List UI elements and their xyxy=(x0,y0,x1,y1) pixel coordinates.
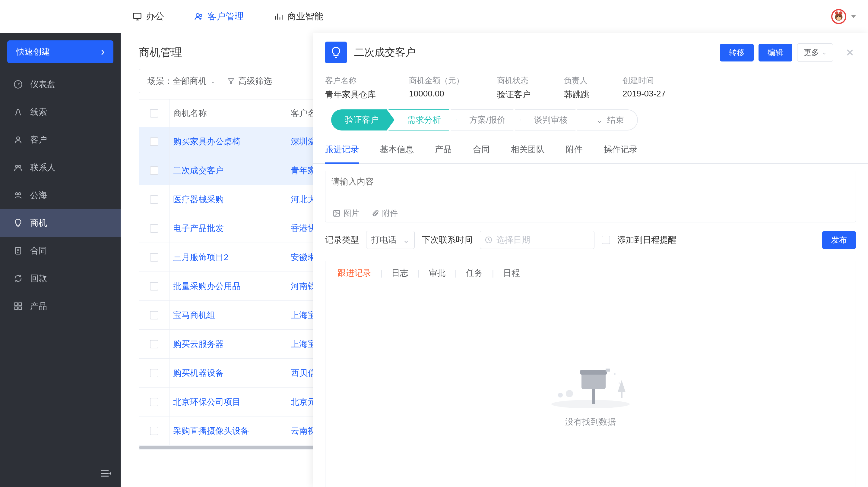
row-checkbox[interactable] xyxy=(139,427,169,435)
row-checkbox[interactable] xyxy=(139,311,169,319)
edit-button[interactable]: 编辑 xyxy=(758,44,792,62)
row-checkbox[interactable] xyxy=(139,166,169,175)
transfer-button[interactable]: 转移 xyxy=(720,44,754,62)
svg-rect-0 xyxy=(134,13,141,19)
detail-tab[interactable]: 相关团队 xyxy=(511,136,545,163)
insert-image-button[interactable]: 图片 xyxy=(333,208,359,219)
customer-link[interactable]: 河北大 xyxy=(291,194,316,205)
sidebar-item-leads[interactable]: 线索 xyxy=(0,98,121,126)
sidebar-item-customers[interactable]: 客户 xyxy=(0,126,121,154)
subtab[interactable]: 跟进记录 xyxy=(335,267,374,279)
detail-tab[interactable]: 附件 xyxy=(566,136,583,163)
stage-step[interactable]: 验证客户 xyxy=(331,109,395,130)
close-button[interactable]: × xyxy=(844,46,856,59)
svg-rect-27 xyxy=(19,303,22,305)
opportunity-link[interactable]: 购买云服务器 xyxy=(173,338,224,350)
stage-label: 方案/报价 xyxy=(469,114,505,126)
stage-label: 谈判审核 xyxy=(534,114,568,126)
sidebar-item-receivables[interactable]: 回款 xyxy=(0,265,121,292)
nav-office[interactable]: 办公 xyxy=(133,10,164,23)
scene-selector[interactable]: 场景：全部商机 ⌄ xyxy=(148,75,215,87)
nav-crm[interactable]: 客户管理 xyxy=(194,10,244,23)
customer-link[interactable]: 上海宝 xyxy=(291,338,316,350)
row-checkbox[interactable] xyxy=(139,253,169,262)
publish-button[interactable]: 发布 xyxy=(822,231,856,249)
row-checkbox[interactable] xyxy=(139,224,169,233)
subtab[interactable]: 审批 xyxy=(426,267,449,279)
quick-create-button[interactable]: 快速创建 › xyxy=(7,40,114,63)
stage-step[interactable]: 方案/报价 xyxy=(451,109,521,130)
sidebar-collapse-button[interactable] xyxy=(0,460,121,487)
opportunity-link[interactable]: 采购直播摄像头设备 xyxy=(173,425,249,437)
customer-link[interactable]: 西贝信 xyxy=(291,367,316,379)
info-value: 10000.00 xyxy=(409,89,464,99)
date-placeholder: 选择日期 xyxy=(496,234,530,246)
advanced-filter[interactable]: 高级筛选 xyxy=(227,75,272,87)
customer-link[interactable]: 河南钱 xyxy=(291,281,316,292)
opportunity-link[interactable]: 购买机器设备 xyxy=(173,367,224,379)
subtab[interactable]: 日程 xyxy=(500,267,523,279)
record-type-select[interactable]: 打电话⌄ xyxy=(366,231,415,249)
sidebar-item-products[interactable]: 产品 xyxy=(0,292,121,320)
customer-link[interactable]: 青年家 xyxy=(291,165,316,176)
opportunity-link[interactable]: 三月服饰项目2 xyxy=(173,252,228,263)
sidebar-item-pool[interactable]: 公海 xyxy=(0,182,121,209)
stage-step[interactable]: ⌄结束 xyxy=(577,109,638,130)
detail-tab[interactable]: 基本信息 xyxy=(380,136,414,163)
select-all-cell[interactable] xyxy=(139,109,169,118)
opportunity-link[interactable]: 宝马商机组 xyxy=(173,310,215,321)
opportunity-link[interactable]: 电子产品批发 xyxy=(173,223,224,234)
nav-bi[interactable]: 商业智能 xyxy=(274,10,323,23)
detail-tab[interactable]: 合同 xyxy=(473,136,490,163)
row-checkbox[interactable] xyxy=(139,369,169,377)
sidebar-item-dashboard[interactable]: 仪表盘 xyxy=(0,70,121,98)
user-menu-caret-icon[interactable] xyxy=(851,15,856,18)
row-checkbox[interactable] xyxy=(139,195,169,204)
stage-step[interactable]: 谈判审核 xyxy=(515,109,583,130)
opportunity-link[interactable]: 批量采购办公用品 xyxy=(173,281,241,292)
sidebar-label: 联系人 xyxy=(30,162,56,173)
column-header-name[interactable]: 商机名称 xyxy=(169,99,287,127)
follow-textarea[interactable] xyxy=(326,170,856,202)
monitor-icon xyxy=(133,12,142,21)
checkbox-icon xyxy=(150,427,158,435)
detail-tab[interactable]: 跟进记录 xyxy=(325,136,359,164)
customer-link[interactable]: 深圳爱 xyxy=(291,136,316,148)
stage-step[interactable]: 需求分析 xyxy=(389,109,457,130)
customer-link[interactable]: 上海宝 xyxy=(291,310,316,321)
sidebar-item-opportunity[interactable]: 商机 xyxy=(0,209,121,237)
more-button[interactable]: 更多⌄ xyxy=(797,43,833,62)
subtab[interactable]: 日志 xyxy=(389,267,411,279)
opportunity-link[interactable]: 二次成交客户 xyxy=(173,165,224,176)
customer-link[interactable]: 安徽琳 xyxy=(291,252,316,263)
customer-link[interactable]: 北京元 xyxy=(291,396,316,408)
add-schedule-checkbox[interactable] xyxy=(602,236,610,244)
opportunity-link[interactable]: 购买家具办公桌椅 xyxy=(173,136,241,148)
opportunity-link[interactable]: 北京环保公司项目 xyxy=(173,396,241,408)
document-icon xyxy=(13,246,23,256)
detail-tab[interactable]: 操作记录 xyxy=(604,136,638,163)
detail-tab[interactable]: 产品 xyxy=(435,136,452,163)
route-icon xyxy=(13,107,23,117)
sidebar-item-contracts[interactable]: 合同 xyxy=(0,237,121,265)
row-checkbox[interactable] xyxy=(139,282,169,291)
row-checkbox[interactable] xyxy=(139,340,169,348)
gauge-icon xyxy=(13,79,23,89)
info-block: 商机状态验证客户 xyxy=(497,75,531,100)
customer-link[interactable]: 云南视 xyxy=(291,425,316,437)
row-checkbox[interactable] xyxy=(139,137,169,146)
insert-attachment-button[interactable]: 附件 xyxy=(371,208,398,219)
customer-link[interactable]: 香港快 xyxy=(291,223,316,234)
row-checkbox[interactable] xyxy=(139,398,169,406)
svg-marker-34 xyxy=(228,79,234,84)
user-avatar[interactable] xyxy=(831,9,846,24)
opportunity-link[interactable]: 医疗器械采购 xyxy=(173,194,224,205)
sidebar-item-contacts[interactable]: 联系人 xyxy=(0,154,121,182)
checkbox-icon xyxy=(150,253,158,262)
filter-icon xyxy=(227,77,235,85)
next-contact-date-input[interactable]: 选择日期 xyxy=(480,231,594,249)
image-label: 图片 xyxy=(343,208,359,219)
svg-point-42 xyxy=(558,393,563,397)
subtab[interactable]: 任务 xyxy=(463,267,486,279)
scrollbar-thumb[interactable] xyxy=(139,446,317,449)
